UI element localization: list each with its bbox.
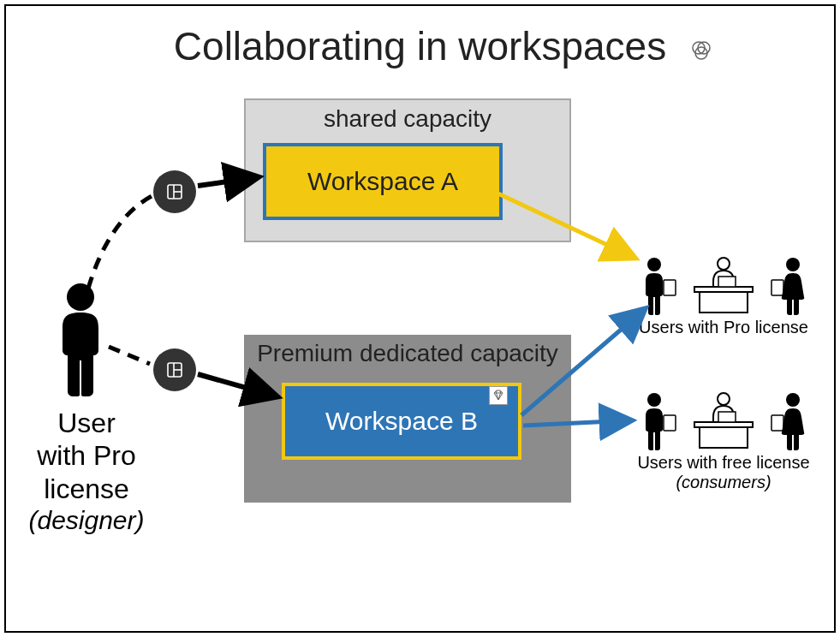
diamond-icon (489, 386, 508, 405)
venn-icon (689, 39, 713, 66)
users-free-icons (629, 388, 818, 451)
user-label-line1: User (15, 407, 158, 439)
desk-person-icon (688, 391, 760, 451)
users-pro-label: Users with Pro license (629, 318, 818, 337)
user-label-line2: with Pro (15, 439, 158, 472)
user-label-line3: license (15, 473, 158, 505)
svg-rect-11 (664, 280, 676, 295)
premium-capacity-label: Premium dedicated capacity (244, 340, 571, 367)
workspace-b-label: Workspace B (325, 407, 478, 436)
users-free-label-text: Users with free license (637, 453, 809, 472)
workspace-icon-top (153, 170, 196, 213)
person-icon (640, 256, 677, 316)
svg-point-24 (786, 393, 800, 407)
svg-point-18 (647, 393, 661, 407)
workspace-a-label: Workspace A (307, 167, 458, 196)
svg-rect-15 (718, 277, 736, 287)
svg-rect-22 (700, 427, 748, 448)
workspace-b-box: Workspace B (282, 383, 521, 460)
users-pro-group: Users with Pro license (629, 253, 818, 337)
woman-icon (770, 391, 807, 451)
woman-icon (770, 256, 807, 316)
person-icon (640, 391, 677, 451)
users-pro-icons (629, 253, 818, 316)
svg-point-3 (67, 283, 94, 311)
svg-rect-17 (771, 280, 783, 295)
svg-rect-14 (700, 292, 748, 313)
users-free-label: Users with free license (consumers) (629, 453, 818, 492)
shared-capacity-label: shared capacity (246, 105, 569, 133)
users-free-sublabel: (consumers) (676, 473, 771, 491)
user-label-role: (designer) (15, 505, 158, 536)
user-person-icon (42, 280, 119, 400)
desk-person-icon (688, 256, 760, 316)
workspace-icon-bottom (153, 348, 196, 391)
title-text: Collaborating in workspaces (174, 24, 666, 68)
svg-point-20 (718, 393, 730, 405)
workspace-a-box: Workspace A (263, 143, 503, 220)
svg-point-12 (718, 258, 730, 270)
users-free-group: Users with free license (consumers) (629, 388, 818, 492)
svg-rect-25 (771, 415, 783, 431)
diagram-frame: Collaborating in workspaces shared capac… (4, 4, 836, 633)
svg-rect-23 (718, 412, 736, 422)
svg-point-16 (786, 258, 800, 271)
svg-point-10 (647, 258, 661, 271)
svg-rect-19 (664, 415, 676, 431)
user-label: User with Pro license (designer) (15, 407, 158, 536)
